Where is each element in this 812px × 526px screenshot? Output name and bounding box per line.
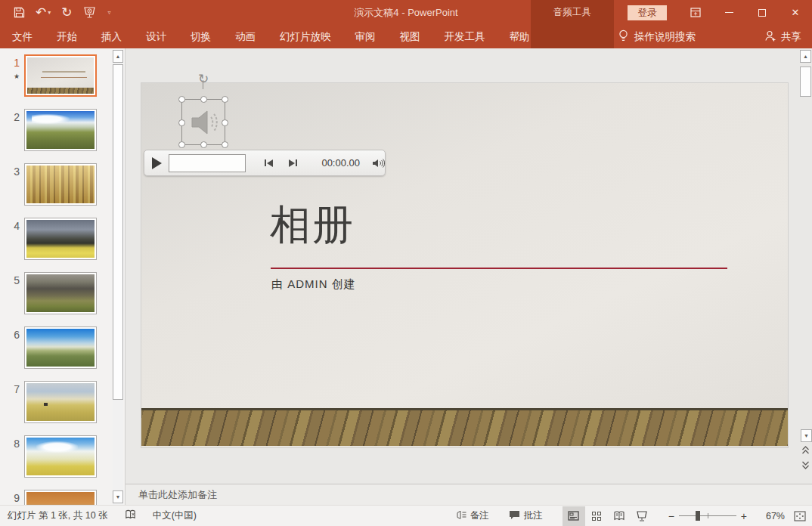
slide-number: 6 — [14, 329, 20, 341]
tab-developer[interactable]: 开发工具 — [432, 26, 497, 48]
slide-5-item[interactable]: 5 — [0, 272, 97, 314]
move-back-button[interactable] — [256, 159, 280, 167]
slide-thumbnail[interactable] — [24, 109, 97, 151]
slide-7-item[interactable]: 7 — [0, 381, 97, 423]
notes-toggle[interactable]: 备注 — [456, 509, 489, 522]
mute-volume-icon[interactable] — [372, 158, 385, 169]
tab-transitions[interactable]: 切换 — [178, 26, 223, 48]
resize-handle-e[interactable] — [222, 119, 228, 126]
slide-thumbnail[interactable] — [24, 490, 97, 505]
slide-subtitle-placeholder[interactable]: 由 ADMIN 创建 — [271, 277, 356, 292]
previous-slide-icon[interactable] — [800, 444, 811, 455]
title-bar: ↶▾ ↻ ▿ 演示文稿4 - PowerPoint 音频工具 登录 ✕ — [0, 0, 812, 25]
resize-handle-w[interactable] — [178, 119, 185, 126]
slide-thumbnail[interactable] — [24, 218, 97, 260]
maximize-button[interactable] — [745, 0, 779, 25]
thumbnail-image — [26, 329, 95, 367]
slide-4-item[interactable]: 4 — [0, 218, 97, 260]
tab-review[interactable]: 审阅 — [343, 26, 388, 48]
slide-number: 2 — [14, 111, 20, 123]
scroll-down-icon[interactable]: ▼ — [113, 490, 123, 503]
notes-icon — [456, 510, 466, 522]
slide-8-item[interactable]: 8 — [0, 435, 97, 478]
save-icon[interactable] — [14, 7, 25, 18]
audio-object[interactable] — [181, 99, 225, 145]
ribbon-tab-row: 文件 开始 插入 设计 切换 动画 幻灯片放映 审阅 视图 开发工具 帮助 情节… — [0, 25, 812, 48]
resize-handle-ne[interactable] — [222, 96, 228, 103]
thumbnail-scrollbar[interactable]: ▲ ▼ — [113, 48, 123, 505]
slide-thumbnail[interactable] — [24, 163, 97, 206]
slideshow-from-beginning-icon[interactable] — [83, 7, 96, 18]
slide-editing-canvas: 相册 由 ADMIN 创建 ↻ — [126, 48, 812, 505]
scroll-down-icon[interactable]: ▼ — [801, 429, 812, 442]
slide-3-item[interactable]: 3 — [0, 163, 97, 206]
canvas-scrollbar[interactable]: ▲ — [800, 50, 812, 63]
fit-slide-to-window-button[interactable] — [794, 511, 806, 521]
scroll-up-icon[interactable]: ▲ — [113, 50, 123, 63]
speaker-icon — [190, 107, 218, 141]
undo-icon[interactable]: ↶▾ — [36, 6, 51, 19]
proofing-icon[interactable] — [125, 509, 136, 522]
thumbnail-image — [26, 438, 95, 475]
tab-design[interactable]: 设计 — [134, 26, 178, 48]
share-button[interactable]: 共享 — [764, 30, 801, 44]
normal-view-button[interactable] — [563, 506, 585, 526]
scroll-up-icon[interactable]: ▲ — [800, 50, 811, 63]
reading-view-button[interactable] — [608, 506, 631, 526]
tab-animations[interactable]: 动画 — [223, 26, 268, 48]
slide-number: 5 — [14, 274, 20, 286]
slide-title-placeholder[interactable]: 相册 — [270, 198, 355, 253]
ribbon-display-options-icon[interactable] — [679, 0, 712, 25]
slide-6-item[interactable]: 6 — [0, 326, 97, 369]
playback-progress-bar[interactable] — [169, 154, 246, 172]
slide-thumbnail[interactable] — [24, 435, 97, 478]
slide-thumbnail[interactable] — [24, 272, 97, 314]
thumbnail-image — [27, 57, 94, 94]
zoom-slider-thumb[interactable] — [696, 511, 700, 521]
rotation-handle[interactable]: ↻ — [181, 73, 225, 86]
lightbulb-icon — [618, 29, 628, 45]
tab-home[interactable]: 开始 — [45, 26, 89, 48]
zoom-out-button[interactable]: − — [664, 510, 679, 522]
zoom-percentage[interactable]: 67% — [755, 511, 785, 521]
slide-position-indicator[interactable]: 幻灯片 第 1 张, 共 10 张 — [8, 509, 108, 522]
slide-1-item[interactable]: 1 ★ — [0, 54, 97, 97]
resize-handle-n[interactable] — [200, 96, 207, 103]
slide-1-editing-surface[interactable]: 相册 由 ADMIN 创建 ↻ — [141, 83, 788, 447]
resize-handle-sw[interactable] — [178, 141, 185, 148]
slide-sorter-view-button[interactable] — [585, 506, 608, 526]
resize-handle-s[interactable] — [200, 141, 207, 148]
zoom-in-button[interactable]: + — [736, 510, 752, 522]
slide-9-item[interactable]: 9 — [0, 490, 97, 505]
quick-access-toolbar: ↶▾ ↻ ▿ — [0, 6, 111, 19]
slide-thumbnail[interactable] — [24, 54, 97, 97]
sign-in-button[interactable]: 登录 — [628, 5, 667, 20]
scrollbar-thumb[interactable] — [113, 64, 123, 400]
move-forward-button[interactable] — [280, 159, 305, 167]
scrollbar-thumb[interactable] — [800, 67, 811, 97]
minimize-button[interactable] — [712, 0, 745, 25]
close-button[interactable]: ✕ — [779, 0, 812, 25]
language-indicator[interactable]: 中文(中国) — [153, 509, 197, 522]
slide-thumbnail-panel: 1 ★ 2 3 4 5 — [0, 48, 126, 505]
slideshow-view-button[interactable] — [631, 506, 653, 526]
resize-handle-se[interactable] — [222, 141, 228, 148]
play-button[interactable] — [144, 157, 169, 169]
slide-2-item[interactable]: 2 — [0, 109, 97, 151]
customize-qat-icon[interactable]: ▿ — [107, 9, 111, 16]
resize-handle-nw[interactable] — [178, 96, 185, 103]
share-label: 共享 — [781, 30, 801, 44]
zoom-slider[interactable] — [679, 515, 736, 516]
notes-pane[interactable]: 单击此处添加备注 — [126, 484, 812, 505]
tab-insert[interactable]: 插入 — [89, 26, 134, 48]
slide-thumbnail[interactable] — [24, 381, 97, 423]
slide-thumbnail[interactable] — [24, 326, 97, 369]
tab-view[interactable]: 视图 — [388, 26, 432, 48]
next-slide-icon[interactable] — [800, 459, 811, 470]
title-accent-line — [271, 268, 727, 269]
tell-me-search[interactable]: 操作说明搜索 — [618, 29, 696, 45]
tab-file[interactable]: 文件 — [0, 26, 45, 48]
comments-toggle[interactable]: 批注 — [509, 509, 543, 522]
redo-icon[interactable]: ↻ — [61, 6, 72, 19]
tab-slideshow[interactable]: 幻灯片放映 — [268, 26, 343, 48]
